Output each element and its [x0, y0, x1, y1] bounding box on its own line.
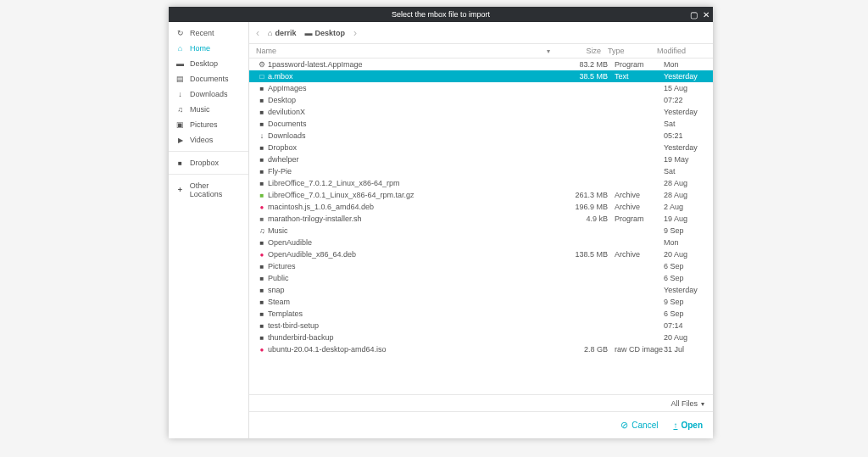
file-row[interactable]: OpenAudibleMon: [249, 237, 713, 248]
path-back-icon[interactable]: [256, 27, 259, 39]
file-modified: Yesterday: [664, 286, 713, 294]
file-row[interactable]: OpenAudible_x86_64.deb138.5 MBArchive20 …: [249, 248, 713, 260]
file-type: Text: [615, 72, 664, 81]
sidebar-label: Home: [190, 44, 210, 53]
file-row[interactable]: AppImages15 Aug: [249, 82, 713, 94]
column-header-type[interactable]: Type: [608, 47, 657, 55]
file-row[interactable]: dwhelper19 May: [249, 153, 713, 165]
file-icon: [256, 322, 268, 330]
sort-desc-icon: [547, 47, 550, 55]
sidebar-item-home[interactable]: Home: [169, 41, 248, 56]
file-icon: [256, 287, 268, 294]
file-icon: [256, 120, 268, 128]
file-row[interactable]: DropboxYesterday: [249, 142, 713, 153]
close-icon[interactable]: ✕: [703, 10, 709, 20]
file-icon: [256, 226, 268, 235]
filter-dropdown[interactable]: All Files: [670, 399, 704, 408]
file-row[interactable]: macintosh.js_1.0.6_amd64.deb196.9 MBArch…: [249, 201, 713, 213]
titlebar: Select the mbox file to import ▢ ✕: [169, 7, 713, 22]
file-modified: 19 Aug: [664, 215, 713, 223]
sidebar-item-recent[interactable]: Recent: [169, 25, 248, 41]
sidebar-label: Other Locations: [190, 181, 242, 198]
path-forward-icon[interactable]: [353, 27, 357, 39]
file-size: 261.3 MB: [565, 191, 615, 199]
file-row[interactable]: LibreOffice_7.0.1.2_Linux_x86-64_rpm28 A…: [249, 177, 713, 189]
column-header-name[interactable]: Name: [256, 47, 559, 55]
sidebar-item-dropbox[interactable]: Dropbox: [169, 155, 248, 170]
file-row[interactable]: a.mbox38.5 MBTextYesterday: [249, 70, 713, 82]
file-name: Public: [268, 274, 565, 282]
file-row[interactable]: snapYesterday: [249, 284, 713, 296]
action-bar: Cancel Open: [249, 411, 713, 438]
file-name: Fly-Pie: [268, 167, 565, 176]
file-icon: [256, 275, 268, 282]
sidebar-label: Dropbox: [190, 159, 219, 167]
sidebar-item-desktop[interactable]: Desktop: [169, 56, 248, 71]
file-list[interactable]: 1password-latest.AppImage83.2 MBProgramM…: [249, 59, 713, 394]
file-row[interactable]: thunderbird-backup20 Aug: [249, 332, 713, 343]
sidebar-item-music[interactable]: Music: [169, 102, 248, 117]
file-modified: Yesterday: [664, 143, 713, 152]
file-modified: 07:22: [664, 96, 713, 104]
file-row[interactable]: Downloads05:21: [249, 130, 713, 142]
file-icon: [256, 60, 268, 69]
file-row[interactable]: Templates6 Sep: [249, 308, 713, 320]
sidebar-label: Music: [190, 105, 210, 114]
file-row[interactable]: DocumentsSat: [249, 118, 713, 130]
file-modified: Sat: [664, 167, 713, 176]
maximize-icon[interactable]: ▢: [690, 10, 698, 20]
file-type: Program: [615, 215, 664, 223]
file-name: Templates: [268, 309, 565, 318]
file-row[interactable]: Desktop07:22: [249, 94, 713, 106]
file-type: Archive: [615, 250, 664, 259]
column-header-modified[interactable]: Modified: [657, 47, 706, 55]
sidebar-item-documents[interactable]: Documents: [169, 71, 248, 86]
file-row[interactable]: ubuntu-20.04.1-desktop-amd64.iso2.8 GBra…: [249, 343, 713, 355]
file-row[interactable]: devilutionXYesterday: [249, 106, 713, 118]
file-row[interactable]: LibreOffice_7.0.1_Linux_x86-64_rpm.tar.g…: [249, 189, 713, 201]
column-header-size[interactable]: Size: [559, 47, 608, 55]
file-row[interactable]: Steam9 Sep: [249, 296, 713, 308]
file-icon: [256, 251, 268, 259]
crumb-icon: [268, 29, 272, 37]
file-icon: [256, 97, 268, 104]
file-modified: 31 Jul: [664, 345, 713, 354]
sidebar-item-downloads[interactable]: Downloads: [169, 86, 248, 102]
sidebar-item-other-locations[interactable]: Other Locations: [169, 178, 248, 202]
file-icon: [256, 215, 268, 223]
file-row[interactable]: Fly-PieSat: [249, 165, 713, 177]
file-name: Music: [268, 226, 565, 235]
file-size: 4.9 kB: [565, 215, 615, 223]
file-icon: [256, 239, 268, 247]
file-chooser-window: Select the mbox file to import ▢ ✕ Recen…: [169, 7, 713, 438]
file-row[interactable]: test-tbird-setup07:14: [249, 320, 713, 332]
documents-icon: [175, 75, 185, 83]
file-type: Archive: [615, 191, 664, 199]
file-row[interactable]: Public6 Sep: [249, 272, 713, 284]
file-icon: [256, 85, 268, 92]
file-modified: Yesterday: [664, 72, 713, 81]
file-row[interactable]: Music9 Sep: [249, 225, 713, 237]
file-row[interactable]: Pictures6 Sep: [249, 260, 713, 272]
breadcrumb-derrik[interactable]: derrik: [264, 27, 299, 39]
file-icon: [256, 203, 268, 211]
file-row[interactable]: 1password-latest.AppImage83.2 MBProgramM…: [249, 59, 713, 70]
sidebar-item-videos[interactable]: Videos: [169, 132, 248, 148]
file-name: Steam: [268, 298, 565, 306]
path-bar: derrikDesktop: [249, 22, 713, 44]
cancel-button[interactable]: Cancel: [620, 420, 658, 431]
file-type: Archive: [615, 203, 664, 211]
file-size: 38.5 MB: [565, 72, 615, 81]
videos-icon: [175, 137, 185, 144]
open-button[interactable]: Open: [673, 421, 703, 430]
pictures-icon: [175, 120, 185, 129]
breadcrumb-desktop[interactable]: Desktop: [301, 27, 348, 39]
music-icon: [175, 105, 185, 114]
file-name: Downloads: [268, 131, 565, 140]
file-row[interactable]: marathon-trilogy-installer.sh4.9 kBProgr…: [249, 213, 713, 225]
file-icon: [256, 156, 268, 164]
sidebar-item-pictures[interactable]: Pictures: [169, 117, 248, 132]
file-modified: 20 Aug: [664, 250, 713, 259]
open-icon: [673, 421, 677, 430]
file-modified: 9 Sep: [664, 298, 713, 306]
